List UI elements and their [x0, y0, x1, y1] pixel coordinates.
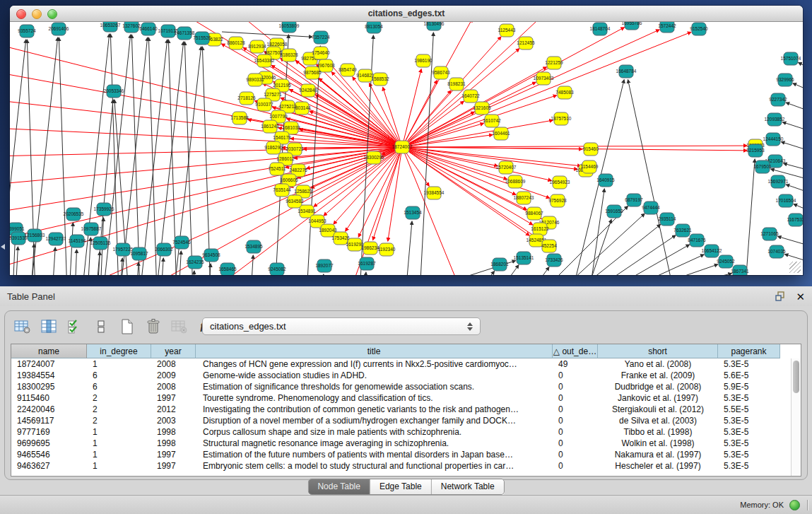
- graph-node[interactable]: 1321605: [473, 102, 491, 115]
- graph-node[interactable]: 12156803: [25, 229, 45, 242]
- close-window-icon[interactable]: [16, 9, 26, 19]
- table-scrollbar-thumb[interactable]: [793, 361, 799, 393]
- row-check-icon[interactable]: [66, 318, 84, 335]
- graph-node[interactable]: 1572442: [658, 22, 676, 33]
- graph-node[interactable]: 7524511: [269, 163, 286, 175]
- graph-node[interactable]: 8813054: [365, 22, 383, 33]
- float-panel-icon[interactable]: [775, 291, 786, 301]
- graph-node[interactable]: 15751074: [781, 52, 801, 65]
- graph-node[interactable]: 8854749: [339, 64, 357, 76]
- graph-node[interactable]: 1154469: [581, 160, 599, 173]
- graph-node[interactable]: 2935114: [659, 213, 676, 226]
- graph-node[interactable]: 1624235: [186, 256, 204, 269]
- graph-node[interactable]: 1615122: [531, 223, 549, 235]
- column-header-short[interactable]: short: [598, 344, 718, 358]
- graph-node[interactable]: 8471676: [688, 234, 706, 247]
- graph-node[interactable]: 7524546: [172, 236, 191, 249]
- graph-node[interactable]: 7485083: [555, 86, 574, 99]
- graph-node[interactable]: 9355724: [18, 25, 36, 37]
- table-row[interactable]: 946554611997Estimation of the future num…: [11, 449, 801, 460]
- graph-node[interactable]: 15135141: [514, 252, 534, 264]
- graph-node[interactable]: 16053809: [279, 22, 300, 33]
- table-row[interactable]: 1938455462009Genome-wide association stu…: [11, 370, 801, 381]
- column-header-in_degree[interactable]: in_degree: [87, 344, 151, 358]
- graph-node[interactable]: 18148704: [590, 23, 611, 35]
- graph-node[interactable]: 9890331: [246, 74, 264, 86]
- graph-node[interactable]: 8186328: [280, 49, 298, 62]
- graph-node[interactable]: 915460: [583, 143, 599, 156]
- graph-node[interactable]: 1591652: [605, 205, 623, 218]
- new-table-icon[interactable]: [118, 318, 136, 335]
- graph-node[interactable]: 16955786: [622, 22, 642, 30]
- graph-node[interactable]: 9875685: [303, 66, 322, 79]
- table-row[interactable]: 977716911998Corpus callosum shape and si…: [11, 426, 801, 438]
- graph-node[interactable]: 9884067: [525, 207, 543, 220]
- graph-node[interactable]: 1221259: [545, 57, 563, 69]
- table-row[interactable]: 911546021997Tourette syndrome. Phenomeno…: [11, 392, 801, 404]
- graph-node[interactable]: 9586743: [432, 66, 450, 79]
- table-scrollbar[interactable]: [791, 358, 801, 476]
- graph-node[interactable]: 9152540: [690, 23, 708, 35]
- graph-node[interactable]: 1192340: [378, 243, 396, 256]
- graph-node[interactable]: 1610742: [483, 115, 501, 127]
- table-settings-icon[interactable]: [13, 318, 32, 335]
- graph-node[interactable]: 1640722: [461, 90, 480, 103]
- graph-node[interactable]: 1754640: [312, 47, 330, 59]
- column-header-out_degree[interactable]: △ out_de…: [553, 344, 598, 358]
- minimize-window-icon[interactable]: [32, 9, 42, 19]
- graph-node[interactable]: 1074035: [767, 245, 786, 258]
- graph-node[interactable]: 10973403: [534, 72, 554, 85]
- table-row[interactable]: 1872400712008Changes of HCN gene express…: [11, 358, 801, 370]
- graph-node[interactable]: 12093852: [765, 113, 785, 126]
- graph-node[interactable]: 19384554: [424, 187, 445, 199]
- graph-node[interactable]: 452254: [541, 240, 557, 252]
- graph-node[interactable]: 9100377: [255, 98, 273, 111]
- graph-node[interactable]: 9227342: [769, 93, 787, 106]
- column-header-year[interactable]: year: [151, 344, 196, 358]
- graph-node[interactable]: 7357224: [312, 31, 330, 44]
- graph-node[interactable]: 10975887: [81, 223, 102, 235]
- graph-node[interactable]: 9245082: [268, 263, 286, 275]
- graph-node[interactable]: 15692971: [768, 175, 789, 188]
- graph-node[interactable]: 1619287: [358, 257, 376, 270]
- graph-node[interactable]: 12444150: [763, 133, 784, 146]
- graph-node[interactable]: 10654122: [702, 245, 722, 257]
- graph-node[interactable]: 1867341: [731, 265, 749, 275]
- graph-node[interactable]: 1212455: [517, 37, 535, 49]
- graph-node[interactable]: 1868201: [490, 258, 509, 271]
- graph-node[interactable]: 2066302: [155, 243, 173, 256]
- graph-node[interactable]: 1658465: [218, 263, 237, 275]
- graph-node[interactable]: 1861243: [261, 120, 279, 133]
- graph-node[interactable]: 9329966: [776, 74, 794, 86]
- graph-node[interactable]: 1733426: [545, 254, 563, 267]
- graph-node[interactable]: 7515526: [193, 32, 211, 45]
- graph-node[interactable]: 9242848: [299, 84, 317, 97]
- column-header-name[interactable]: name: [11, 344, 87, 358]
- graph-node[interactable]: 1713588: [230, 112, 249, 124]
- network-canvas[interactable]: 1872400718300295193845547163822886012889…: [10, 22, 803, 275]
- graph-node[interactable]: 16648784: [616, 65, 637, 78]
- graph-node[interactable]: 1167533: [787, 214, 803, 226]
- graph-node[interactable]: 6466140: [139, 23, 158, 35]
- graph-node[interactable]: 9474444: [642, 201, 660, 214]
- graph-node[interactable]: 8198231: [447, 78, 466, 90]
- graph-node[interactable]: 1604461: [492, 127, 510, 140]
- graph-node[interactable]: 1327602: [122, 22, 141, 33]
- graph-node[interactable]: 10653267: [100, 22, 121, 32]
- column-header-pagerank[interactable]: pagerank: [718, 344, 780, 358]
- graph-node[interactable]: 1513454: [404, 206, 422, 219]
- column-select-icon[interactable]: [40, 318, 58, 335]
- graph-node[interactable]: 18757510: [551, 112, 572, 125]
- delete-table-icon[interactable]: [144, 318, 163, 335]
- table-select-dropdown[interactable]: citations_edges.txt: [202, 317, 481, 335]
- graph-node[interactable]: 9756928: [548, 194, 567, 207]
- graph-node[interactable]: 1986190: [414, 54, 433, 67]
- zoom-window-icon[interactable]: [47, 9, 57, 19]
- graph-node[interactable]: 2718126: [237, 92, 256, 105]
- graph-node[interactable]: 18130496: [424, 22, 445, 30]
- table-row[interactable]: 946362711997Embryonic stem cells: a mode…: [11, 460, 801, 472]
- graph-node[interactable]: 1986234: [361, 242, 379, 255]
- column-header-title[interactable]: title: [196, 344, 553, 358]
- graph-node[interactable]: 8860128: [227, 37, 245, 49]
- graph-node[interactable]: 8215953: [746, 144, 765, 157]
